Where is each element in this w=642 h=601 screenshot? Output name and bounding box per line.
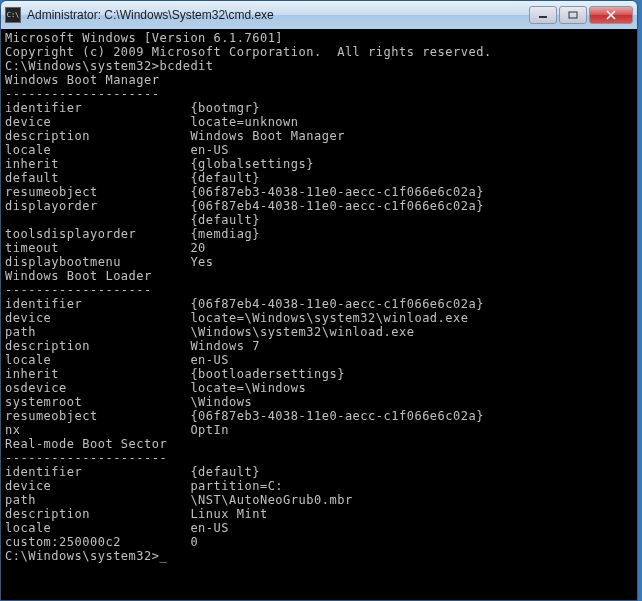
minimize-icon	[538, 11, 548, 19]
terminal-line: C:\Windows\system32>_	[5, 549, 633, 563]
terminal-line: timeout 20	[5, 241, 633, 255]
terminal-line: Real-mode Boot Sector	[5, 437, 633, 451]
terminal-line: inherit {globalsettings}	[5, 157, 633, 171]
terminal-line: inherit {bootloadersettings}	[5, 367, 633, 381]
terminal-line: identifier {bootmgr}	[5, 101, 633, 115]
minimize-button[interactable]	[529, 6, 557, 24]
window-title: Administrator: C:\Windows\System32\cmd.e…	[27, 8, 529, 22]
close-button[interactable]	[589, 6, 633, 24]
terminal-line: ---------------------	[5, 451, 633, 465]
terminal-line: osdevice locate=\Windows	[5, 381, 633, 395]
terminal-line: identifier {default}	[5, 465, 633, 479]
terminal-line: --------------------	[5, 87, 633, 101]
maximize-icon	[568, 11, 578, 19]
terminal-line: displayorder {06f87eb4-4038-11e0-aecc-c1…	[5, 199, 633, 213]
terminal-line: {default}	[5, 213, 633, 227]
svg-rect-1	[569, 12, 577, 18]
terminal-line: resumeobject {06f87eb3-4038-11e0-aecc-c1…	[5, 409, 633, 423]
cmd-icon: C:\	[5, 7, 21, 23]
maximize-button[interactable]	[559, 6, 587, 24]
terminal-line: -------------------	[5, 283, 633, 297]
terminal-line: Copyright (c) 2009 Microsoft Corporation…	[5, 45, 633, 59]
terminal-line: displaybootmenu Yes	[5, 255, 633, 269]
terminal-line: device partition=C:	[5, 479, 633, 493]
terminal-line: Windows Boot Manager	[5, 73, 633, 87]
terminal-line: C:\Windows\system32>bcdedit	[5, 59, 633, 73]
window-controls	[529, 6, 633, 24]
titlebar[interactable]: C:\ Administrator: C:\Windows\System32\c…	[1, 1, 637, 29]
svg-rect-0	[539, 16, 547, 18]
terminal-line: description Windows Boot Manager	[5, 129, 633, 143]
terminal-line: default {default}	[5, 171, 633, 185]
terminal-line: Windows Boot Loader	[5, 269, 633, 283]
terminal-line: device locate=\Windows\system32\winload.…	[5, 311, 633, 325]
terminal-line: resumeobject {06f87eb3-4038-11e0-aecc-c1…	[5, 185, 633, 199]
terminal-line: nx OptIn	[5, 423, 633, 437]
terminal-line: locale en-US	[5, 521, 633, 535]
terminal-line: path \NST\AutoNeoGrub0.mbr	[5, 493, 633, 507]
terminal-line: path \Windows\system32\winload.exe	[5, 325, 633, 339]
terminal-line: description Windows 7	[5, 339, 633, 353]
terminal-line: description Linux Mint	[5, 507, 633, 521]
terminal-line: systemroot \Windows	[5, 395, 633, 409]
terminal-line: identifier {06f87eb4-4038-11e0-aecc-c1f0…	[5, 297, 633, 311]
terminal-line: toolsdisplayorder {memdiag}	[5, 227, 633, 241]
terminal-line: custom:250000c2 0	[5, 535, 633, 549]
close-icon	[605, 10, 617, 20]
terminal-line: Microsoft Windows [Version 6.1.7601]	[5, 31, 633, 45]
cmd-window: C:\ Administrator: C:\Windows\System32\c…	[0, 0, 638, 601]
terminal-line: device locate=unknown	[5, 115, 633, 129]
terminal-line: locale en-US	[5, 143, 633, 157]
terminal-output[interactable]: Microsoft Windows [Version 6.1.7601]Copy…	[1, 29, 637, 600]
terminal-line: locale en-US	[5, 353, 633, 367]
